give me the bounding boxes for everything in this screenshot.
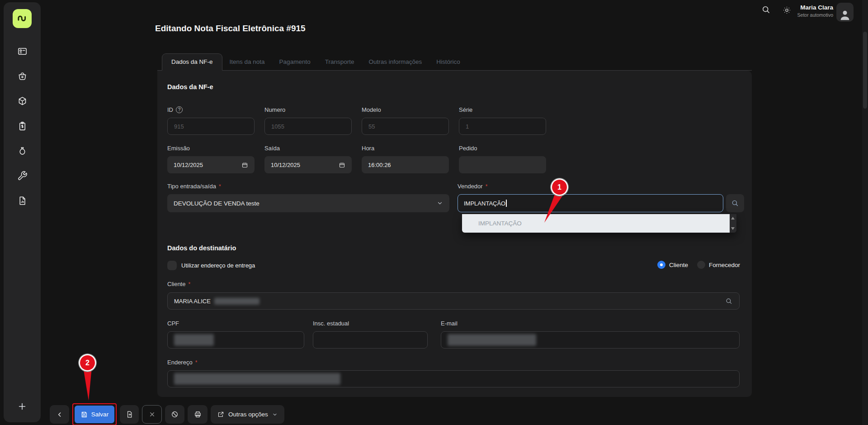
- basket-icon: [17, 71, 28, 81]
- emissao-date-input[interactable]: 10/12/2025: [167, 156, 255, 173]
- global-search-button[interactable]: [761, 5, 771, 16]
- external-link-icon: [217, 411, 224, 418]
- saida-label: Saída: [264, 145, 280, 152]
- hora-input[interactable]: 16:00:26: [362, 156, 449, 173]
- package-icon: [17, 96, 28, 106]
- tab-historico[interactable]: Histórico: [429, 54, 467, 70]
- calendar-icon: [241, 162, 248, 168]
- destinatario-type-radios: Cliente Fornecedor: [657, 261, 740, 269]
- block-button[interactable]: [165, 405, 184, 424]
- page-scrollbar[interactable]: [862, 0, 868, 425]
- sidebar: [4, 2, 41, 422]
- endereco-input[interactable]: [167, 370, 740, 387]
- sidebar-nav: [16, 45, 28, 206]
- report-file-icon: [17, 196, 28, 206]
- back-button[interactable]: [50, 405, 69, 424]
- sidebar-item-products[interactable]: [16, 95, 28, 107]
- section-title-nfe: Dados da NF-e: [167, 83, 213, 91]
- search-icon: [731, 199, 739, 207]
- nu-logo-icon: [16, 13, 28, 24]
- user-role: Setor automotivo: [797, 12, 833, 18]
- wrench-icon: [17, 171, 28, 181]
- hora-label: Hora: [362, 145, 374, 152]
- vendedor-search-button[interactable]: [726, 194, 744, 212]
- radio-unselected-icon: [697, 261, 705, 269]
- tipo-label: Tipo entrada/saída: [167, 183, 221, 190]
- save-floppy-icon: [80, 411, 88, 418]
- person-icon: [838, 8, 852, 22]
- email-input[interactable]: [441, 331, 740, 349]
- close-x-icon: [149, 411, 156, 418]
- printer-icon: [194, 411, 202, 418]
- print-button[interactable]: [188, 405, 208, 424]
- delivery-address-checkbox[interactable]: [167, 261, 177, 270]
- help-icon[interactable]: [176, 106, 183, 113]
- saida-date-input[interactable]: 10/12/2025: [264, 156, 352, 173]
- tab-bar: Dados da NF-e Itens da nota Pagamento Tr…: [157, 53, 752, 71]
- cliente-label: Cliente: [167, 281, 190, 287]
- money-bag-icon: [17, 146, 28, 156]
- id-card-icon: [17, 46, 28, 57]
- more-options-button[interactable]: Outras opções: [211, 405, 284, 424]
- tab-transporte[interactable]: Transporte: [318, 54, 362, 70]
- user-block[interactable]: Maria Clara Setor automotivo: [797, 4, 833, 18]
- sidebar-item-finance[interactable]: [16, 145, 28, 157]
- pedido-label: Pedido: [459, 145, 477, 152]
- plus-icon: [17, 401, 27, 411]
- tab-itens-da-nota[interactable]: Itens da nota: [222, 54, 272, 70]
- radio-cliente[interactable]: Cliente: [657, 261, 688, 269]
- emissao-label: Emissão: [167, 145, 190, 152]
- search-icon[interactable]: [725, 297, 733, 305]
- invoice-clipboard-icon: [17, 121, 28, 131]
- vendedor-option[interactable]: IMPLANTAÇÃO: [462, 214, 730, 233]
- numero-label: Numero: [264, 106, 285, 113]
- cliente-input[interactable]: MARIA ALICE: [167, 292, 740, 310]
- redacted-text: [174, 334, 214, 346]
- id-field: 915: [167, 118, 255, 135]
- modelo-field: 55: [362, 118, 449, 135]
- ban-icon: [171, 411, 179, 418]
- dropdown-scrollbar[interactable]: [730, 214, 736, 233]
- serie-field: 1: [459, 118, 546, 135]
- sidebar-add-button[interactable]: [16, 401, 28, 412]
- cancel-button[interactable]: [142, 405, 162, 424]
- numero-field: 1055: [264, 118, 352, 135]
- app-logo[interactable]: [13, 9, 32, 28]
- text-cursor: [506, 200, 507, 207]
- chevron-down-icon: [437, 200, 443, 206]
- calendar-icon: [339, 162, 345, 168]
- redacted-text: [174, 373, 340, 385]
- vendedor-input[interactable]: IMPLANTAÇÃO: [458, 194, 723, 212]
- cpf-input[interactable]: [167, 331, 304, 349]
- scroll-up-icon: [731, 217, 735, 220]
- tab-dados-da-nfe[interactable]: Dados da NF-e: [162, 53, 222, 71]
- scrollbar-thumb[interactable]: [863, 32, 867, 109]
- radio-selected-icon: [657, 261, 665, 269]
- sidebar-item-billing[interactable]: [16, 120, 28, 132]
- sidebar-item-services[interactable]: [16, 170, 28, 181]
- new-document-button[interactable]: [120, 405, 139, 424]
- chevron-down-icon: [272, 412, 278, 417]
- sidebar-item-sales[interactable]: [16, 70, 28, 82]
- tipo-entrada-saida-select[interactable]: DEVOLUÇÃO DE VENDA teste: [167, 194, 449, 212]
- endereco-label: Endereço: [167, 359, 197, 366]
- vendedor-dropdown: IMPLANTAÇÃO: [462, 214, 736, 233]
- sidebar-item-reports[interactable]: [16, 195, 28, 206]
- id-label: ID: [167, 106, 183, 113]
- nfe-form-panel: Dados da NF-e ID Numero Modelo Série 915…: [157, 71, 752, 397]
- redacted-text: [214, 298, 259, 305]
- insc-estadual-input[interactable]: [313, 331, 428, 349]
- page-title: Editando Nota Fiscal Eletrônica #915: [155, 24, 306, 33]
- tab-outras-informacoes[interactable]: Outras informações: [361, 54, 429, 70]
- theme-toggle-button[interactable]: [783, 6, 791, 16]
- avatar[interactable]: [836, 3, 854, 22]
- insc-estadual-label: Insc. estadual: [313, 320, 349, 327]
- chevron-left-icon: [56, 411, 63, 418]
- sidebar-item-registrations[interactable]: [16, 45, 28, 57]
- radio-fornecedor[interactable]: Fornecedor: [697, 261, 740, 269]
- tab-pagamento[interactable]: Pagamento: [272, 54, 318, 70]
- save-button[interactable]: Salvar: [75, 406, 114, 423]
- annotation-highlight-box: Salvar: [72, 403, 117, 425]
- section-title-destinatario: Dados do destinatário: [167, 244, 236, 252]
- pedido-input[interactable]: [459, 156, 546, 173]
